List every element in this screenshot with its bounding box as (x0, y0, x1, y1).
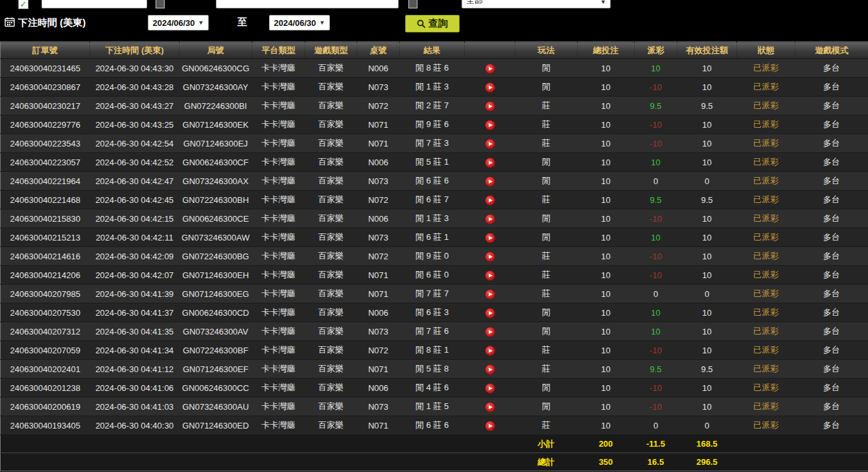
cell-total_bet: 10 (578, 397, 635, 416)
cell-total_bet: 10 (578, 303, 635, 322)
filter-select-all[interactable]: 全部 ▼ (462, 0, 611, 8)
checkbox-checked-icon[interactable]: ✓ (18, 0, 29, 9)
cell-game_type: 百家樂 (305, 228, 357, 247)
cell-round_no: GN073246300AY (180, 78, 252, 97)
cell-valid_bet: 10 (677, 134, 737, 153)
table-row: 2406300402079852024-06-30 04:41:39GN0712… (1, 285, 868, 303)
cell-bet_time: 2024-06-30 04:41:35 (90, 322, 180, 341)
cell-valid_bet: 0 (677, 285, 737, 303)
cell-round_no: GN073246300AU (180, 397, 252, 416)
col-header-9: 總投注 (578, 42, 635, 59)
table-row: 2406300402012382024-06-30 04:41:06GN0062… (1, 379, 868, 397)
cell-bet_time: 2024-06-30 04:41:06 (90, 379, 180, 397)
cell-platform: 卡卡灣廳 (252, 247, 305, 266)
replay-button[interactable] (485, 364, 495, 375)
cell-result: 閒 5 莊 1 (400, 153, 465, 172)
cell-payout: 0 (635, 172, 677, 191)
cell-table_no: N072 (357, 247, 400, 266)
replay-button[interactable] (485, 383, 495, 394)
filter-input-1[interactable] (41, 0, 147, 8)
table-row: 2406300402146162024-06-30 04:42:09GN0722… (1, 247, 868, 266)
cell-platform: 卡卡灣廳 (252, 172, 305, 191)
filter-icon-2 (156, 0, 165, 8)
cell-mode: 多台 (795, 228, 868, 247)
cell-mode: 多台 (795, 209, 868, 228)
table-row: 2406300402214682024-06-30 04:42:45GN0722… (1, 191, 868, 209)
replay-button[interactable] (485, 289, 495, 300)
cell-order_no: 240630040214206 (1, 266, 90, 285)
cell-status: 已派彩 (737, 341, 795, 360)
cell-total_bet: 10 (578, 360, 635, 379)
cell-round_no: GN073246300AW (180, 228, 252, 247)
cell-mode: 多台 (795, 191, 868, 209)
col-header-8: 玩法 (515, 42, 578, 59)
replay-button[interactable] (485, 158, 495, 168)
cell-table_no: N006 (357, 379, 400, 397)
cell-total_bet: 10 (578, 59, 635, 78)
replay-button[interactable] (485, 139, 495, 149)
replay-button[interactable] (485, 346, 495, 356)
table-row: 2406300402235432024-06-30 04:42:54GN0712… (1, 134, 868, 153)
cell-platform: 卡卡灣廳 (252, 397, 305, 416)
cell-platform: 卡卡灣廳 (252, 209, 305, 228)
cell-order_no: 240630040221468 (1, 191, 90, 209)
subtotal-payout: -11.5 (635, 435, 677, 453)
cell-order_no: 240630040214616 (1, 247, 90, 266)
cell-valid_bet: 9.5 (677, 360, 737, 379)
replay-button[interactable] (485, 64, 495, 74)
cell-table_no: N073 (357, 172, 400, 191)
cell-game_type: 百家樂 (305, 209, 357, 228)
replay-button[interactable] (485, 270, 495, 281)
cell-order_no: 240630040207312 (1, 322, 90, 341)
cell-round_no: GN006246300CC (180, 379, 252, 397)
replay-button[interactable] (485, 402, 495, 412)
cell-bet_time: 2024-06-30 04:43:25 (90, 115, 180, 134)
replay-button[interactable] (485, 176, 495, 187)
cell-status: 已派彩 (737, 97, 795, 115)
cell-payout: 10 (635, 303, 677, 322)
cell-bet_time: 2024-06-30 04:43:28 (90, 78, 180, 97)
table-header: 訂單號下注時間 (美東)局號平台類型遊戲類型桌號結果玩法總投注派彩有效投注額狀態… (1, 42, 868, 59)
cell-valid_bet: 10 (677, 115, 737, 134)
cell-game_type: 百家樂 (305, 397, 357, 416)
table-row: 2406300402302172024-06-30 04:43:27GN0722… (1, 97, 868, 115)
cell-result: 閒 9 莊 0 (400, 247, 465, 266)
replay-button[interactable] (485, 327, 495, 337)
chevron-down-icon: ▼ (320, 20, 325, 26)
replay-button[interactable] (485, 82, 495, 93)
cell-play_type: 閒 (515, 303, 578, 322)
replay-button[interactable] (485, 233, 495, 243)
cell-total_bet: 10 (578, 228, 635, 247)
replay-button[interactable] (485, 421, 495, 431)
replay-button[interactable] (485, 101, 495, 112)
cell-platform: 卡卡灣廳 (252, 341, 305, 360)
cell-round_no: GN073246300AX (180, 172, 252, 191)
cell-valid_bet: 9.5 (677, 97, 737, 115)
cell-round_no: GN071246300EH (180, 266, 252, 285)
cell-mode: 多台 (795, 115, 868, 134)
cell-platform: 卡卡灣廳 (252, 153, 305, 172)
replay-button[interactable] (485, 214, 495, 224)
replay-cell (465, 153, 515, 172)
cell-status: 已派彩 (737, 379, 795, 397)
replay-button[interactable] (485, 120, 495, 130)
date-from-select[interactable]: 2024/06/30 ▼ (148, 15, 209, 30)
cell-game_type: 百家樂 (305, 172, 357, 191)
replay-button[interactable] (485, 252, 495, 262)
cell-table_no: N073 (357, 322, 400, 341)
cell-total_bet: 10 (578, 97, 635, 115)
replay-cell (465, 303, 515, 322)
cell-play_type: 莊 (515, 115, 578, 134)
cell-total_bet: 10 (578, 134, 635, 153)
cell-table_no: N073 (357, 397, 400, 416)
cell-bet_time: 2024-06-30 04:40:30 (90, 416, 180, 435)
play-icon (489, 386, 493, 390)
search-button[interactable]: 查詢 (405, 15, 460, 32)
play-icon (489, 104, 493, 108)
replay-button[interactable] (485, 195, 495, 206)
filter-input-2[interactable] (216, 0, 399, 8)
replay-button[interactable] (485, 308, 495, 318)
date-to-select[interactable]: 2024/06/30 ▼ (269, 15, 330, 30)
col-header-3: 平台類型 (252, 42, 305, 59)
cell-order_no: 240630040202401 (1, 360, 90, 379)
